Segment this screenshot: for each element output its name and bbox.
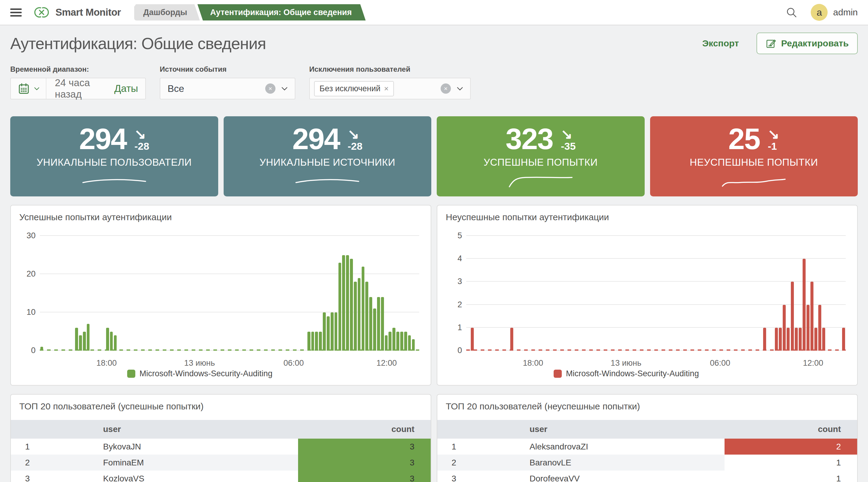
table-row[interactable]: 1BykovaJN3 [11,439,431,455]
chart-bar[interactable] [75,328,78,351]
count-column-header[interactable]: count [298,424,431,434]
chart-bar[interactable] [842,328,845,351]
chart-bar[interactable] [327,316,330,351]
clear-icon[interactable]: × [441,84,451,94]
chart-bar[interactable] [319,332,322,351]
chart-bar[interactable] [83,332,86,351]
chart-bar[interactable] [763,328,766,351]
stat-card-1[interactable]: 294↘-28УНИКАЛЬНЫЕ ИСТОЧНИКИ [224,116,432,196]
chart-bar[interactable] [818,305,821,351]
chart-bar[interactable] [471,328,474,351]
chart-bar[interactable] [106,328,109,351]
table-row[interactable]: 1AleksandrovaZI2 [437,439,857,455]
failed-attempts-chart-panel: Неуспешные попытки аутентификации 012345… [437,205,858,386]
time-range-control[interactable]: 24 часа назад Даты [10,78,146,99]
table-row[interactable]: 3KozlovaVS3 [11,471,431,482]
chart-bar[interactable] [331,312,334,351]
chart-bar[interactable] [803,259,806,351]
chart-bar[interactable] [365,282,368,351]
chart-bar[interactable] [408,335,411,351]
chart-bar[interactable] [373,309,376,351]
chart-bar[interactable] [315,332,318,351]
table-row[interactable]: 2BaranovLE1 [437,455,857,471]
chart-bar[interactable] [396,332,399,351]
chart-bar[interactable] [377,297,380,351]
username[interactable]: admin [833,7,858,18]
chart-bar[interactable] [369,297,372,351]
breadcrumb-dashboards[interactable]: Дашборды [134,4,200,21]
dates-link[interactable]: Даты [114,83,145,94]
stat-card-0[interactable]: 294↘-28УНИКАЛЬНЫЕ ПОЛЬЗОВАТЕЛИ [10,116,218,196]
chart-bar[interactable] [342,255,345,351]
table-title: ТОП 20 пользователей (успешные попытки) [11,401,431,412]
charts-row: Успешные попытки аутентификации 01020301… [10,205,858,386]
event-source-filter: Источник события Все × [160,65,296,99]
chart-bar[interactable] [110,332,113,351]
event-source-select[interactable]: Все × [160,78,296,99]
chevron-down-icon[interactable] [280,84,289,93]
chart-bar[interactable] [335,312,338,351]
chart-bar[interactable] [795,328,798,351]
export-button[interactable]: Экспорт [702,38,739,49]
edit-button[interactable]: Редактировать [756,33,858,54]
chart-bar[interactable] [114,335,117,351]
chart-bar[interactable] [786,328,789,351]
chart-bar[interactable] [79,335,82,351]
chart-bar[interactable] [510,328,513,351]
stat-card-2[interactable]: 323↘-35УСПЕШНЫЕ ПОПЫТКИ [437,116,645,196]
chart-bar[interactable] [311,332,314,351]
x-axis-tick: 13 июнь [184,358,215,368]
chart-bar[interactable] [822,328,825,351]
chart-bar[interactable] [350,259,353,351]
chart-bar[interactable] [807,305,809,351]
chart-bar[interactable] [783,305,786,351]
chip-close-icon[interactable]: × [384,84,389,93]
user-cell: BaranovLE [470,458,724,468]
breadcrumb-current-dashboard[interactable]: Аутентификация: Общие сведения [197,4,366,21]
chart-bar[interactable] [400,332,403,351]
chart-legend[interactable]: Microsoft-Windows-Security-Auditing [127,369,273,378]
exclusion-chip[interactable]: Без исключений × [314,81,394,96]
x-axis-tick: 18:00 [523,358,544,368]
user-column-header[interactable]: user [470,424,724,434]
chart-bar[interactable] [814,328,817,351]
chart-bar[interactable] [775,328,778,351]
clear-icon[interactable]: × [265,84,276,94]
user-column-header[interactable]: user [44,424,298,434]
chart-bar[interactable] [338,263,341,351]
calendar-dropdown[interactable] [11,78,46,99]
chart-bar[interactable] [791,282,794,351]
table-row[interactable]: 2FominaEM3 [11,455,431,471]
chart-bar[interactable] [381,297,384,351]
chart-bar[interactable] [385,335,388,351]
chart-bar[interactable] [346,255,349,351]
search-icon[interactable] [785,6,798,19]
count-column-header[interactable]: count [724,424,857,434]
chart-bar[interactable] [307,332,310,351]
chart-bar[interactable] [799,328,802,351]
chart-bar[interactable] [389,332,392,351]
chart-bar[interactable] [404,332,407,351]
stat-sparkline [81,175,147,189]
chevron-down-icon[interactable] [456,84,464,93]
table-body: 1BykovaJN32FominaEM33KozlovaVS3 [11,439,431,482]
chart-legend[interactable]: Microsoft-Windows-Security-Auditing [554,369,699,378]
stat-delta: -28 [134,140,149,152]
stat-card-3[interactable]: 25↘-1НЕУСПЕШНЫЕ ПОПЫТКИ [650,116,858,196]
chart-bar[interactable] [412,339,415,351]
chart-bar[interactable] [87,324,90,351]
avatar[interactable]: a [811,4,828,21]
chart-bar[interactable] [323,312,326,351]
chart-bar[interactable] [779,328,782,351]
chart-bar[interactable] [358,278,361,351]
chart-bar[interactable] [354,282,357,351]
chart-bar[interactable] [810,282,813,351]
chart-bar[interactable] [362,267,365,351]
table-row[interactable]: 3DorofeevaVV1 [437,471,857,482]
chart-bar[interactable] [393,328,396,351]
stat-sparkline [507,175,574,189]
menu-icon[interactable] [10,7,22,19]
chart-bar[interactable] [40,347,43,351]
user-exclusions-select[interactable]: Без исключений × × [309,78,471,99]
x-axis-tick: 13 июнь [611,358,641,368]
